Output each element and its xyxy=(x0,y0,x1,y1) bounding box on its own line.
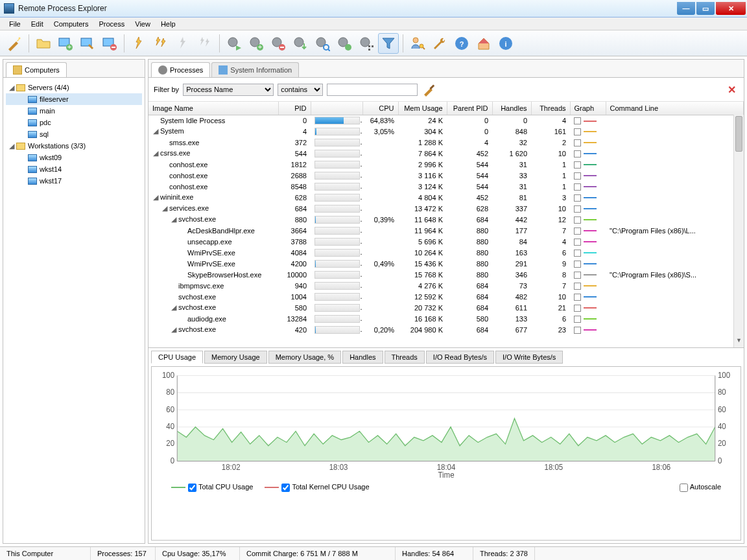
filter-button[interactable] xyxy=(378,33,399,54)
column-header[interactable]: Graph xyxy=(570,102,606,115)
process-row[interactable]: ◢System 4 3,05% 304 K 0 848 161 xyxy=(148,126,744,137)
menu-computers[interactable]: Computers xyxy=(49,19,94,29)
process-row[interactable]: conhost.exe 8548 3 124 K 544 31 1 xyxy=(148,181,744,192)
close-filter-icon[interactable]: ✕ xyxy=(728,84,739,96)
process-row[interactable]: conhost.exe 1812 2 996 K 544 31 1 xyxy=(148,159,744,170)
process-row[interactable]: unsecapp.exe 3788 5 696 K 880 84 4 xyxy=(148,236,744,247)
gear-play-button[interactable] xyxy=(224,33,244,54)
bolt4-button[interactable] xyxy=(195,33,215,54)
column-header[interactable] xyxy=(311,102,362,115)
graph-checkbox[interactable] xyxy=(574,150,581,158)
process-row[interactable]: AcDeskBandHlpr.exe 3664 11 964 K 880 177… xyxy=(148,225,744,236)
gear-search-button[interactable] xyxy=(312,33,333,54)
scroll-down-icon[interactable]: ▼ xyxy=(734,337,744,347)
graph-checkbox[interactable] xyxy=(574,117,581,124)
menu-process[interactable]: Process xyxy=(94,19,130,29)
menu-view[interactable]: View xyxy=(130,19,156,29)
graph-checkbox[interactable] xyxy=(574,239,581,246)
refresh-all-button[interactable] xyxy=(150,33,171,54)
column-header[interactable]: Mem Usage xyxy=(398,102,447,115)
process-row[interactable]: audiodg.exe 13284 16 168 K 580 133 6 xyxy=(148,313,744,324)
column-header[interactable]: PID xyxy=(278,102,311,115)
graph-checkbox[interactable] xyxy=(574,228,581,235)
graph-checkbox[interactable] xyxy=(574,183,581,191)
tree-node-workstations[interactable]: ◢Workstations (3/3) xyxy=(6,140,142,152)
column-header[interactable]: Image Name xyxy=(148,102,278,115)
user-key-button[interactable] xyxy=(407,33,428,54)
gear-add-button[interactable]: + xyxy=(246,33,267,54)
menu-edit[interactable]: Edit xyxy=(26,19,49,29)
computer-tree[interactable]: ◢Servers (4/4)fileservermainpdcsql◢Works… xyxy=(3,78,145,543)
tree-node-main[interactable]: main xyxy=(6,105,142,117)
process-row[interactable]: svchost.exe 1004 12 592 K 684 482 10 xyxy=(148,291,744,302)
tree-node-wkst14[interactable]: wkst14 xyxy=(6,163,142,175)
add-computer-button[interactable]: + xyxy=(55,33,76,54)
column-header[interactable]: Parent PID xyxy=(447,102,492,115)
graph-checkbox[interactable] xyxy=(574,327,581,334)
graph-checkbox[interactable] xyxy=(574,161,581,169)
menu-help[interactable]: Help xyxy=(156,19,181,29)
graph-checkbox[interactable] xyxy=(574,194,581,202)
gear-globe-button[interactable] xyxy=(334,33,355,54)
column-header[interactable]: Threads xyxy=(531,102,570,115)
graph-checkbox[interactable] xyxy=(574,216,581,224)
process-row[interactable]: SkypeBrowserHost.exe 10000 15 768 K 880 … xyxy=(148,269,744,280)
graph-checkbox[interactable] xyxy=(574,128,581,135)
filter-field-select[interactable]: Process Name xyxy=(183,84,274,96)
chart-tab[interactable]: Threads xyxy=(385,351,425,364)
close-button[interactable]: ✕ xyxy=(716,2,746,15)
wizard-button[interactable] xyxy=(4,33,25,54)
tree-node-servers[interactable]: ◢Servers (4/4) xyxy=(6,82,142,93)
legend-kernel-checkbox[interactable] xyxy=(281,484,290,492)
legend-total-checkbox[interactable] xyxy=(188,484,196,492)
graph-checkbox[interactable] xyxy=(574,283,581,290)
wrench-button[interactable] xyxy=(429,33,450,54)
menu-file[interactable]: File xyxy=(4,19,26,29)
autoscale-checkbox[interactable] xyxy=(680,484,688,492)
graph-checkbox[interactable] xyxy=(574,261,581,268)
process-row[interactable]: System Idle Process 0 64,83% 24 K 0 0 4 xyxy=(148,115,744,126)
refresh-button[interactable] xyxy=(128,33,149,54)
chart-tab[interactable]: CPU Usage xyxy=(151,351,203,364)
process-row[interactable]: ◢csrss.exe 544 7 864 K 452 1 620 10 xyxy=(148,148,744,159)
process-row[interactable]: WmiPrvSE.exe 4084 10 264 K 880 163 6 xyxy=(148,247,744,258)
scroll-thumb[interactable] xyxy=(735,116,742,152)
filter-op-select[interactable]: contains xyxy=(278,84,323,96)
process-row[interactable]: conhost.exe 2688 3 116 K 544 33 1 xyxy=(148,170,744,181)
column-header[interactable]: CPU xyxy=(362,102,398,115)
tab-computers[interactable]: Computers xyxy=(6,62,67,77)
open-folder-button[interactable] xyxy=(33,33,54,54)
edit-computer-button[interactable] xyxy=(77,33,98,54)
process-row[interactable]: ibmpmsvc.exe 940 4 276 K 684 73 7 xyxy=(148,280,744,291)
chart-tab[interactable]: Memory Usage xyxy=(204,351,267,364)
maximize-button[interactable]: ▭ xyxy=(696,2,715,15)
process-row[interactable]: ◢wininit.exe 628 4 804 K 452 81 3 xyxy=(148,192,744,203)
tree-node-pdc[interactable]: pdc xyxy=(6,117,142,128)
process-table[interactable]: Image NamePIDCPUMem UsageParent PIDHandl… xyxy=(148,102,744,335)
process-row[interactable]: smss.exe 372 1 288 K 4 32 2 xyxy=(148,137,744,148)
help-button[interactable]: ? xyxy=(451,33,472,54)
graph-checkbox[interactable] xyxy=(574,316,581,323)
tree-node-sql[interactable]: sql xyxy=(6,128,142,140)
process-row[interactable]: WmiPrvSE.exe 4200 0,49% 15 436 K 880 291… xyxy=(148,258,744,269)
tree-node-wkst09[interactable]: wkst09 xyxy=(6,152,142,163)
column-header[interactable]: Handles xyxy=(492,102,531,115)
home-button[interactable] xyxy=(473,33,494,54)
chart-tab[interactable]: Memory Usage, % xyxy=(268,351,341,364)
graph-checkbox[interactable] xyxy=(574,205,581,213)
chart-tab[interactable]: I/O Read Bytes/s xyxy=(426,351,494,364)
graph-checkbox[interactable] xyxy=(574,272,581,279)
gear-tree-button[interactable] xyxy=(356,33,377,54)
bolt3-button[interactable] xyxy=(172,33,193,54)
gear-down-button[interactable] xyxy=(290,33,311,54)
chart-tab[interactable]: Handles xyxy=(342,351,383,364)
process-row[interactable]: ◢svchost.exe 880 0,39% 11 648 K 684 442 … xyxy=(148,214,744,225)
graph-checkbox[interactable] xyxy=(574,139,581,146)
process-row[interactable]: ◢services.exe 684 13 472 K 628 337 10 xyxy=(148,203,744,214)
process-row[interactable]: ◢svchost.exe 420 0,20% 204 980 K 684 677… xyxy=(148,324,744,335)
tree-node-fileserver[interactable]: fileserver xyxy=(6,93,142,105)
tab-processes[interactable]: Processes xyxy=(151,62,210,77)
vertical-scrollbar[interactable]: ▲ ▼ xyxy=(733,115,744,347)
info-button[interactable]: i xyxy=(495,33,516,54)
graph-checkbox[interactable] xyxy=(574,172,581,180)
